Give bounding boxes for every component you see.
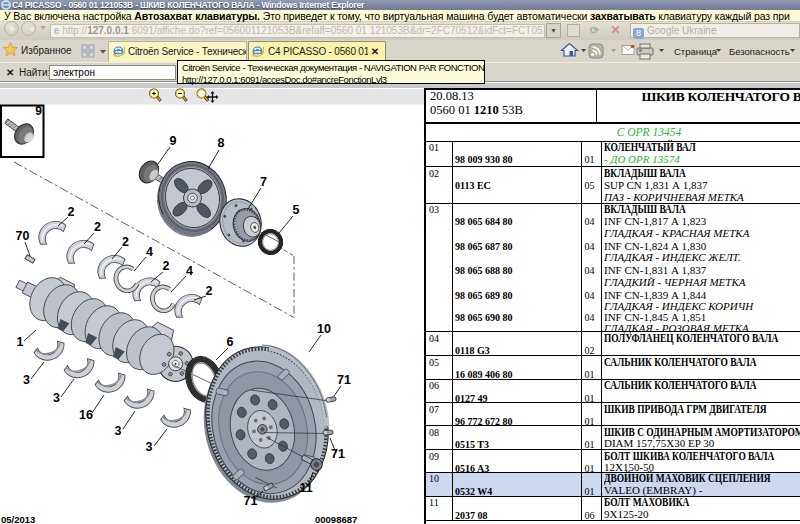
svg-text:71: 71: [331, 447, 345, 461]
svg-text:2: 2: [206, 284, 213, 298]
svg-text:2: 2: [94, 220, 101, 234]
svg-text:3: 3: [53, 391, 60, 405]
svg-text:9: 9: [35, 104, 42, 118]
svg-text:5: 5: [293, 203, 300, 217]
svg-text:8: 8: [218, 136, 225, 150]
svg-text:Страница: Страница: [674, 46, 718, 57]
svg-text:71: 71: [337, 373, 351, 387]
svg-text:4: 4: [186, 264, 193, 278]
svg-text:3: 3: [115, 424, 122, 438]
svg-text:16: 16: [79, 408, 93, 422]
svg-text:2: 2: [68, 205, 75, 219]
svg-text:2: 2: [122, 235, 129, 249]
svg-text:Безопасность: Безопасность: [729, 46, 790, 57]
svg-text:10: 10: [317, 322, 331, 336]
svg-text:1: 1: [17, 335, 24, 349]
svg-text:05/2013: 05/2013: [1, 514, 35, 524]
svg-text:3: 3: [23, 373, 30, 387]
svg-text:2: 2: [163, 259, 170, 273]
svg-text:11: 11: [299, 481, 312, 495]
svg-text:70: 70: [16, 229, 30, 243]
svg-text:7: 7: [260, 175, 267, 189]
svg-text:9: 9: [170, 134, 177, 148]
svg-text:4: 4: [146, 245, 153, 259]
svg-text:71: 71: [244, 494, 258, 508]
svg-text:3: 3: [146, 440, 153, 454]
svg-text:00098687: 00098687: [315, 514, 357, 524]
svg-text:6: 6: [227, 335, 234, 349]
